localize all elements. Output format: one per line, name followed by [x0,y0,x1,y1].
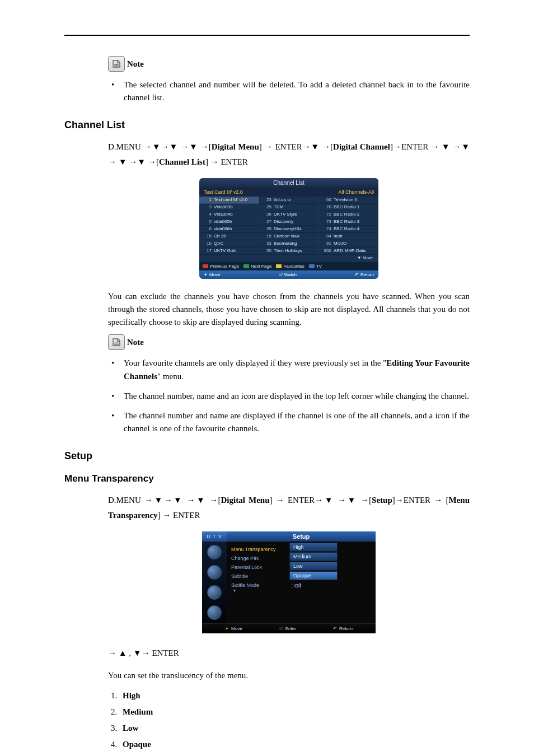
setup-sidebar [202,542,227,623]
note-label: Note [127,338,144,347]
cl-more: ▼ More [199,255,378,262]
globe-icon [207,565,222,580]
setup-options: HighMediumLowOpaque [289,543,338,581]
tools-icon [207,605,222,620]
channel-list-nav: D.MENU →▼→▼ →▼ →[Digital Menu] → ENTER→▼… [108,139,470,170]
opt-high: High [119,688,470,704]
channel-row: 17UKTV Gold [199,248,259,255]
cl-bullet-2: The channel number, name and an icon are… [108,390,470,403]
note-icon [108,334,125,350]
channel-row: 15Ch 15 [199,233,259,240]
setup-post-nav: → ▲ , ▼→ ENTER [108,646,470,661]
setup-menu: HighMediumLowOpaque : Off Menu Transpare… [227,542,376,623]
setup-screenshot: D T V Setup HighMediumLowOpaque : Off Me… [202,531,376,633]
channel-row: 1Test card M' v2.0 [199,197,259,204]
setup-nav: D.MENU →▼→▼ →▼ →[Digital Menu] → ENTER→▼… [108,493,470,523]
channel-row: 5vida005b [199,218,259,226]
setup-title: Setup [227,531,376,542]
channel-row: 3Vida003b [199,204,259,211]
note-label: Note [127,59,144,69]
dish-icon [207,545,222,559]
setup-tab: D T V [202,531,227,542]
cl-header-right: All Channels-All [289,189,374,195]
channel-list-body: You can exclude the channels you have ch… [108,290,470,329]
channel-row: 72BBC Radio 2 [319,211,378,218]
transparency-option: High [289,543,338,552]
swatch-fav [276,264,282,268]
channel-row: 84heat [319,233,378,240]
note-icon [108,56,125,72]
note1-bullet-1: The selected channel and number will be … [108,78,470,105]
channel-row: 27Discovery [259,218,318,226]
channel-row: 4Vida004b [199,211,259,218]
swatch-tv [309,264,315,268]
transparency-option: Medium [289,552,338,561]
heading-menu-transparency: Menu Transparency [64,473,470,484]
channel-row: 55Ttext Holidays [259,248,318,255]
heading-channel-list: Channel List [64,119,470,131]
swatch-prev [203,264,208,268]
setup-body: You can set the translucency of the menu… [108,669,470,682]
transparency-option: Opaque [289,571,338,580]
channel-row: 73BBC Radio 3 [319,218,378,226]
cl-hints: ✦Move ⏎Watch ↶Return [199,270,378,279]
subtitle-value: : Off [292,583,301,589]
note1-bullets: The selected channel and number will be … [108,78,470,105]
swatch-next [243,264,249,268]
channel-row: 16QVC [199,240,259,248]
channel-row: 91MOJO [319,240,378,248]
channel-row: 25TCM [259,204,318,211]
cl-title: Channel List [199,178,378,188]
channel-row: 15Cartoon Nwk [259,233,318,240]
channel-row: 23bid-up.tv [259,197,318,204]
top-rule [64,35,470,36]
channel-list-screenshot: Channel List Test Card M' v2.0 All Chann… [199,178,378,279]
channel-row: 70BBC Radio 1 [319,204,378,211]
opt-low: Low [119,720,470,736]
channel-list-bullets: Your favourite channels are only display… [108,357,470,435]
cl-header-left: Test Card M' v2.0 [204,189,289,195]
note-block: Note [108,56,470,72]
opt-medium: Medium [119,704,470,720]
transparency-list: High Medium Low Opaque [108,688,470,753]
channel-row: 800ARD-MHP-Data [319,248,378,255]
gear-icon [207,585,222,600]
channel-row: 6vida006b [199,226,259,233]
channel-row: 33Boomerang [259,240,318,248]
cl-bullet-1: Your favourite channels are only display… [108,357,470,383]
note-block-2: Note [108,334,470,350]
setup-hints: ✦Move ⏎Enter ↶Return [202,623,376,633]
channel-row: 26UKTV Style [259,211,318,218]
cl-bullet-3: The channel number and name are displaye… [108,409,470,436]
cl-legend: Previous Page Next Page Favourites TV [199,262,378,270]
heading-setup: Setup [64,450,470,462]
channel-row: 28DiscoveryH&L [259,226,318,233]
channel-row: 74BBC Radio 4 [319,226,378,233]
transparency-option: Low [289,562,338,571]
opt-opaque: Opaque [119,736,470,753]
channel-row: 60Television X [319,197,378,204]
setup-menu-item: Sutitle Mode▾ [229,581,373,595]
